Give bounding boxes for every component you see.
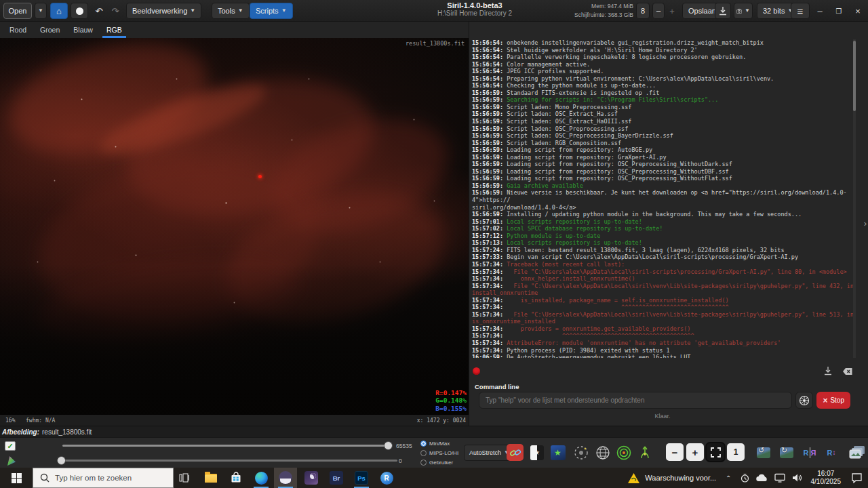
start-button[interactable]: [0, 468, 33, 488]
snapshot-button[interactable]: ▼: [734, 3, 753, 19]
zoom-100-button[interactable]: 1: [727, 443, 745, 461]
console-panel: 15:56:54: onbekende instellingenvariabel…: [469, 22, 868, 426]
bridge-icon: Br: [330, 471, 343, 485]
tools-menu-button[interactable]: Tools▼: [212, 3, 250, 19]
compass-button[interactable]: [636, 444, 653, 461]
image-stack-button[interactable]: [846, 443, 868, 462]
stop-button[interactable]: × Stop: [816, 392, 850, 409]
night-sky-app-button[interactable]: [300, 468, 323, 488]
warning-text: Waarschuwing voor...: [645, 474, 716, 482]
windows-taskbar: Typ hier om te zoeken Br Ps R Waarschuwi…: [0, 468, 868, 488]
tab-blauw[interactable]: Blauw: [66, 22, 100, 38]
working-directory: H:\Siril Home Directory 2: [380, 9, 570, 17]
threads-decrease-button[interactable]: −: [652, 3, 665, 19]
radio-gebruiker[interactable]: Gebruiker: [420, 458, 458, 467]
fwhm-readout: fwhm: N/A: [26, 418, 55, 424]
high-cutoff-slider[interactable]: [62, 445, 392, 447]
window-title: Siril-1.4.0-beta3: [380, 1, 570, 9]
record-button[interactable]: [71, 3, 88, 19]
undo-button[interactable]: ↶: [92, 3, 106, 19]
console-line: install_onnxruntime: [472, 289, 856, 297]
remote-app-button[interactable]: R: [375, 468, 398, 488]
chevron-down-icon: ▼: [281, 8, 287, 14]
photometry-target-button[interactable]: [615, 444, 632, 461]
window-title-block: Siril-1.4.0-beta3 H:\Siril Home Director…: [380, 1, 570, 17]
photoshop-button[interactable]: Ps: [350, 468, 373, 488]
mirror-horizontal-button[interactable]: RЯ: [799, 443, 821, 462]
plus-icon: +: [692, 447, 698, 458]
task-view-button[interactable]: [175, 468, 194, 488]
wheel-icon: [799, 395, 810, 406]
tray-activity-icon[interactable]: [740, 473, 750, 483]
console-scrollbar-thumb[interactable]: [853, 41, 856, 111]
display-icon[interactable]: [774, 473, 785, 483]
console-line: 15:57:34: AttributeError: module 'onnxru…: [472, 340, 856, 347]
tab-groen[interactable]: Groen: [33, 22, 66, 38]
taskbar-clock[interactable]: 16:07 4/10/2025: [811, 470, 842, 486]
zoom-in-button[interactable]: +: [686, 443, 704, 461]
channel-link-toggle[interactable]: ✓: [2, 439, 18, 453]
radio-label: Min/Max: [429, 441, 450, 447]
star-detection-button[interactable]: ★: [549, 444, 566, 461]
script-wheel-button[interactable]: [795, 392, 813, 409]
store-button[interactable]: [224, 468, 248, 488]
close-button[interactable]: ×: [849, 0, 867, 22]
radio-min-max[interactable]: Min/Max: [420, 439, 458, 448]
negative-view-button[interactable]: ★: [528, 444, 545, 461]
high-cutoff-handle[interactable]: [384, 441, 393, 450]
cursor-coordinates: x: 1472 y: 0024: [417, 418, 466, 424]
color-profile-button[interactable]: [2, 454, 18, 468]
console-line: 15:56:59: Gaia archive available: [472, 182, 856, 190]
command-input[interactable]: [479, 392, 792, 409]
image-canvas[interactable]: result_13800s.fit R=0.147% G=0.148% B=0.…: [0, 38, 469, 415]
radio-mips-lo-hi[interactable]: MIPS-LO/HI: [420, 448, 458, 458]
console-line: 15:57:33: Begin van script C:\Users\alex…: [472, 253, 856, 261]
file-explorer-button[interactable]: [199, 468, 222, 488]
low-cutoff-handle[interactable]: [57, 456, 66, 465]
beeldverwerking-menu-button[interactable]: Beeldverwerking▼: [126, 3, 201, 19]
undo-icon: ↶: [96, 6, 103, 16]
home-directory-button[interactable]: ⌂: [50, 3, 68, 19]
tab-rgb[interactable]: RGB: [100, 22, 129, 38]
console-log[interactable]: 15:56:54: onbekende instellingenvariabel…: [472, 39, 856, 358]
zoom-out-button[interactable]: −: [666, 443, 684, 461]
redo-button[interactable]: ↷: [108, 3, 123, 19]
open-button[interactable]: Open: [3, 3, 32, 19]
zoom-fit-button[interactable]: [707, 443, 724, 461]
globe-button[interactable]: [594, 444, 611, 461]
volume-icon[interactable]: [791, 473, 802, 483]
scripts-menu-button[interactable]: Scripts▼: [250, 3, 293, 19]
panel-expand-handle[interactable]: ›: [864, 218, 867, 228]
tab-rood[interactable]: Rood: [3, 22, 33, 38]
edge-button[interactable]: [250, 468, 273, 488]
chevron-down-icon: ▼: [190, 8, 195, 14]
restore-button[interactable]: ❒: [830, 0, 848, 22]
command-line-label: Command line: [475, 383, 519, 390]
clear-log-button[interactable]: [842, 366, 853, 378]
tray-expand-chevron[interactable]: ⌃: [726, 474, 731, 482]
log-record-indicator[interactable]: [473, 367, 480, 375]
console-line: 15:56:59: Script laden: OSC_Preprocessin…: [472, 125, 856, 133]
pixel-red-value: R=0.147%: [435, 389, 467, 397]
export-log-button[interactable]: [823, 366, 833, 378]
notification-warning[interactable]: Waarschuwing voor...: [627, 472, 716, 484]
save-as-button[interactable]: [715, 3, 731, 19]
rotate-right-button[interactable]: ↻: [777, 443, 796, 462]
open-dropdown-button[interactable]: ▼: [35, 3, 47, 19]
onedrive-cloud-icon[interactable]: [756, 474, 768, 482]
console-line: 15:57:34: providers = onnxruntime.get_av…: [472, 325, 856, 333]
minimize-button[interactable]: –: [811, 0, 829, 22]
siril-taskbar-button[interactable]: [274, 468, 297, 488]
action-center-button[interactable]: [848, 468, 865, 488]
low-cutoff-slider[interactable]: [58, 460, 397, 462]
canvas-filename-overlay: result_13800s.fit: [406, 40, 465, 47]
threads-increase-button[interactable]: +: [666, 3, 678, 19]
astrometry-button[interactable]: [572, 444, 589, 461]
hamburger-icon: ≡: [797, 5, 804, 17]
linked-channels-button[interactable]: [507, 444, 524, 461]
taskbar-search[interactable]: Typ hier om te zoeken: [33, 468, 174, 488]
bridge-button[interactable]: Br: [325, 468, 348, 488]
hamburger-menu-button[interactable]: ≡: [791, 3, 810, 19]
mirror-vertical-button[interactable]: R↕: [822, 443, 841, 462]
rotate-left-button[interactable]: ↺: [754, 443, 773, 462]
